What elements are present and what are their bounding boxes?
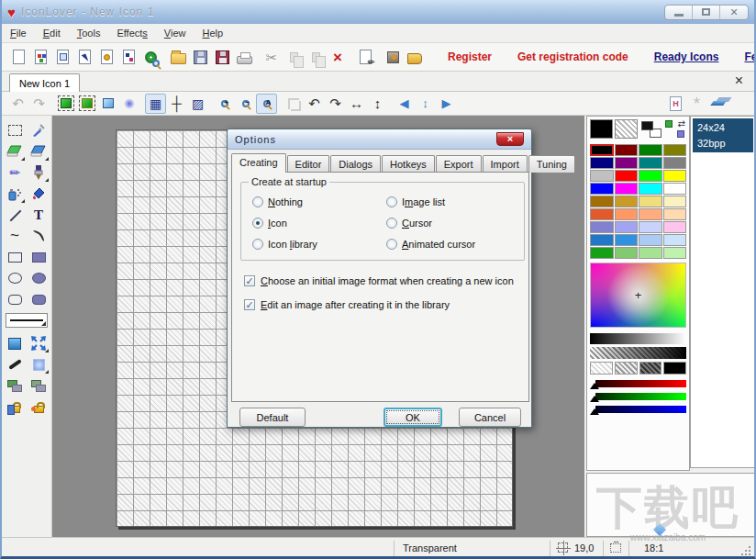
palette-swatch[interactable] xyxy=(639,170,662,182)
rectangle-tool[interactable] xyxy=(4,247,26,267)
copy-image-tool[interactable] xyxy=(4,375,26,396)
palette-swatch[interactable] xyxy=(639,157,662,169)
ok-button[interactable]: OK xyxy=(384,408,442,427)
checkbox-edit-after-create[interactable]: ✓Edit an image after creating it in the … xyxy=(244,299,450,310)
transform-tool[interactable] xyxy=(28,333,50,353)
arc-tool[interactable] xyxy=(28,226,50,246)
smooth-tool[interactable] xyxy=(4,354,26,375)
draw-mode-3d-button[interactable] xyxy=(97,94,118,114)
radio-icon-library[interactable]: Icon library xyxy=(252,239,317,250)
shift-left-button[interactable]: ◀ xyxy=(394,94,415,114)
palette-swatch[interactable] xyxy=(615,234,639,246)
line-tool[interactable] xyxy=(4,205,26,225)
shift-right-button[interactable]: ▶ xyxy=(436,94,457,114)
brush-tool[interactable] xyxy=(28,162,50,183)
palette-swatch[interactable] xyxy=(615,196,639,207)
menu-view[interactable]: View xyxy=(156,26,195,40)
grayscale-slider[interactable] xyxy=(590,333,686,344)
tab-creating[interactable]: Creating xyxy=(231,153,286,173)
palette-swatch[interactable] xyxy=(590,170,614,182)
palette-swatch[interactable] xyxy=(615,170,639,182)
titlebar[interactable]: ♥ IconLover - New Icon 1 × xyxy=(2,0,754,24)
document-tab[interactable]: New Icon 1 xyxy=(9,73,80,92)
properties-button[interactable]: ✏ xyxy=(354,45,376,69)
show-diagonals-button[interactable]: ▨ xyxy=(187,94,208,114)
rotate-left-button[interactable]: ↶ xyxy=(304,94,325,114)
palette-swatch[interactable] xyxy=(615,183,639,195)
draw-mode-blur-button[interactable] xyxy=(118,94,139,114)
effects-button[interactable]: * xyxy=(686,94,707,114)
palette-swatch[interactable] xyxy=(639,196,662,207)
rotate-right-button[interactable]: ↷ xyxy=(325,94,346,114)
alpha-slider[interactable] xyxy=(590,347,686,359)
pencil-tool[interactable]: ✏ xyxy=(4,162,26,183)
tab-import[interactable]: Import xyxy=(483,155,528,173)
feedback-link[interactable]: Feedb xyxy=(731,50,756,63)
selection-tool[interactable] xyxy=(4,120,26,140)
draw-mode-normal-button[interactable] xyxy=(55,94,76,114)
palette-swatch[interactable] xyxy=(663,196,687,207)
tab-hotkeys[interactable]: Hotkeys xyxy=(382,155,435,173)
palette-swatch[interactable] xyxy=(639,247,662,259)
menu-effects[interactable]: Effects xyxy=(108,26,155,40)
spray-tool[interactable] xyxy=(4,184,26,204)
palette-swatch[interactable] xyxy=(663,221,687,233)
alpha-preset-light[interactable] xyxy=(590,362,613,375)
find-icons-button[interactable] xyxy=(139,45,161,69)
dialog-titlebar[interactable]: Options × xyxy=(228,129,531,150)
menu-help[interactable]: Help xyxy=(195,26,232,40)
alpha-preset-mid[interactable] xyxy=(615,362,638,375)
menu-file[interactable]: File xyxy=(2,26,35,40)
maximize-button[interactable] xyxy=(693,6,720,19)
new-animated-cursor-button[interactable] xyxy=(95,45,117,69)
line-width-selector[interactable] xyxy=(6,313,48,328)
blue-slider[interactable] xyxy=(595,406,686,413)
radio-cursor[interactable]: Cursor xyxy=(386,218,432,229)
resize-grip[interactable] xyxy=(739,544,752,557)
filled-ellipse-tool[interactable] xyxy=(28,268,50,288)
palette-swatch[interactable] xyxy=(663,208,687,220)
show-centerlines-button[interactable]: ┼ xyxy=(166,94,187,114)
tab-editor[interactable]: Editor xyxy=(287,155,330,173)
palette-swatch[interactable] xyxy=(615,157,639,169)
delete-button[interactable]: × xyxy=(327,45,349,69)
minimize-button[interactable] xyxy=(665,6,693,19)
get-registration-code-link[interactable]: Get registration code xyxy=(505,50,641,63)
filled-rectangle-tool[interactable] xyxy=(28,247,50,267)
register-link[interactable]: Register xyxy=(435,50,505,63)
crop-button[interactable] xyxy=(283,94,304,114)
palette-swatch[interactable] xyxy=(639,208,662,220)
image-list-item[interactable]: 24x24 32bpp xyxy=(693,118,753,152)
palette-swatch[interactable] xyxy=(590,157,614,169)
shift-vertical-button[interactable]: ↕ xyxy=(415,94,436,114)
new-icon-image-button[interactable] xyxy=(29,45,51,69)
menu-tools[interactable]: Tools xyxy=(69,26,109,40)
color-spectrum-picker[interactable]: + xyxy=(590,263,686,328)
swap-colors-button[interactable]: ⇄ xyxy=(663,119,686,139)
palette-swatch[interactable] xyxy=(590,208,614,220)
radio-icon-option[interactable]: Icon xyxy=(252,218,287,229)
text-tool[interactable]: T xyxy=(28,205,50,225)
save-all-button[interactable] xyxy=(211,45,233,69)
eraser2-tool[interactable] xyxy=(28,141,50,162)
flip-horizontal-button[interactable]: ↔ xyxy=(346,94,367,114)
palette-swatch[interactable] xyxy=(615,221,639,233)
lock-colors-button[interactable] xyxy=(4,397,26,417)
new-icon-button[interactable] xyxy=(7,45,29,69)
palette-swatch[interactable] xyxy=(590,247,614,259)
eraser-tool[interactable] xyxy=(4,141,26,162)
close-button[interactable]: × xyxy=(720,6,748,19)
palette-swatch[interactable] xyxy=(639,183,662,195)
palette-swatch[interactable] xyxy=(663,170,687,182)
menu-edit[interactable]: Edit xyxy=(35,26,69,40)
zoom-out-button[interactable]: − xyxy=(235,94,256,114)
alpha-preset-opaque[interactable] xyxy=(663,362,686,375)
curve-tool[interactable]: ~ xyxy=(4,226,26,246)
fg-bg-color-indicator[interactable] xyxy=(639,119,662,139)
palette-swatch[interactable] xyxy=(615,208,639,220)
palette-swatch[interactable] xyxy=(639,144,662,156)
zoom-actual-button[interactable]: A xyxy=(256,94,277,114)
palette-swatch[interactable] xyxy=(590,196,614,207)
palette-swatch[interactable] xyxy=(639,221,662,233)
radio-nothing[interactable]: Nothing xyxy=(252,196,303,207)
